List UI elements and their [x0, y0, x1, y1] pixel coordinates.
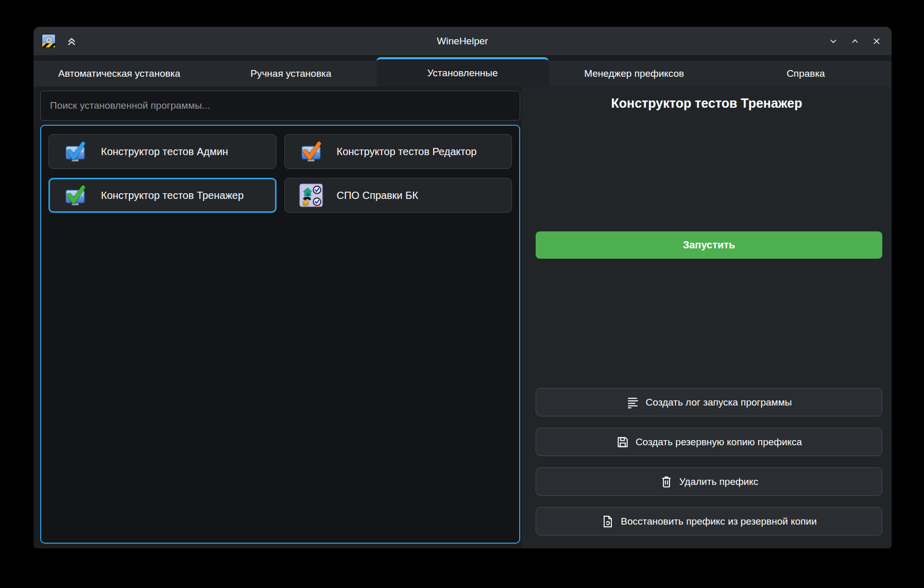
window-title: WineHelper [33, 36, 892, 47]
close-button[interactable] [870, 35, 883, 48]
action-button-label: Удалить префикс [679, 476, 759, 488]
action-button-label: Создать резервную копию префикса [636, 436, 802, 448]
program-label: Конструктор тестов Тренажер [101, 190, 244, 201]
program-item-spo-spravki-bk[interactable]: 2.5 СПО Справки БК [284, 178, 512, 213]
tab-installed[interactable]: Установленные [377, 57, 548, 87]
program-details-pane: Конструктор тестов Тренажер Запустить Со… [522, 87, 892, 548]
tab-prefix-manager[interactable]: Менеджер префиксов [549, 61, 720, 87]
action-button-label: Создать лог запуска программы [646, 397, 792, 408]
window-controls [827, 35, 883, 48]
tab-manual-install[interactable]: Ручная установка [205, 61, 377, 87]
program-list: Конструктор тестов Админ Конструкт [40, 125, 520, 544]
tab-label: Справка [786, 68, 825, 79]
tab-help[interactable]: Справка [720, 61, 892, 87]
test-check-green-icon [63, 183, 87, 207]
test-check-blue-icon [63, 140, 87, 163]
double-chevron-up-icon [65, 35, 78, 47]
test-check-orange-icon [299, 140, 323, 163]
chevron-down-icon [828, 36, 839, 47]
program-item-konstruktor-admin[interactable]: Конструктор тестов Админ [48, 134, 277, 169]
winehelper-window: WineHelper Автоматическая установка Ручн… [33, 27, 892, 548]
content-area: Конструктор тестов Админ Конструкт [33, 87, 892, 548]
titlebar: WineHelper [33, 27, 892, 55]
chevron-up-icon [849, 36, 861, 47]
delete-prefix-button[interactable]: Удалить префикс [536, 467, 882, 496]
program-item-konstruktor-trenazher[interactable]: Конструктор тестов Тренажер [48, 178, 277, 213]
run-button[interactable]: Запустить [536, 231, 882, 259]
minimize-button[interactable] [827, 35, 840, 48]
restore-icon [601, 515, 614, 528]
program-label: Конструктор тестов Редактор [337, 146, 477, 158]
program-item-konstruktor-redaktor[interactable]: Конструктор тестов Редактор [284, 134, 512, 169]
tab-label: Ручная установка [250, 68, 331, 79]
create-log-button[interactable]: Создать лог запуска программы [536, 388, 882, 416]
tab-label: Автоматическая установка [58, 68, 180, 79]
backup-prefix-button[interactable]: Создать резервную копию префикса [536, 428, 882, 456]
search-input[interactable] [40, 91, 520, 121]
run-button-label: Запустить [683, 239, 735, 251]
icon-version-badge: 2.5 [315, 204, 320, 207]
tab-label: Менеджер префиксов [584, 68, 684, 79]
trash-icon [660, 475, 673, 489]
tab-label: Установленные [427, 68, 498, 79]
tab-auto-install[interactable]: Автоматическая установка [33, 61, 205, 87]
collapse-titlebar-button[interactable] [65, 35, 78, 48]
program-label: Конструктор тестов Админ [101, 146, 228, 158]
log-icon [626, 396, 640, 409]
close-icon [871, 36, 882, 47]
app-icon[interactable] [42, 34, 56, 48]
spo-spravki-bk-icon: 2.5 [299, 183, 323, 207]
restore-prefix-button[interactable]: Восстановить префикс из резервной копии [536, 507, 882, 535]
action-button-label: Восстановить префикс из резервной копии [621, 516, 817, 527]
save-icon [616, 435, 629, 449]
hazard-stripes [42, 43, 55, 47]
maximize-button[interactable] [848, 35, 862, 48]
selected-program-title: Конструктор тестов Тренажер [522, 96, 892, 111]
program-label: СПО Справки БК [337, 190, 418, 201]
tab-bar: Автоматическая установка Ручная установк… [33, 55, 892, 87]
installed-programs-pane: Конструктор тестов Админ Конструкт [33, 87, 522, 548]
